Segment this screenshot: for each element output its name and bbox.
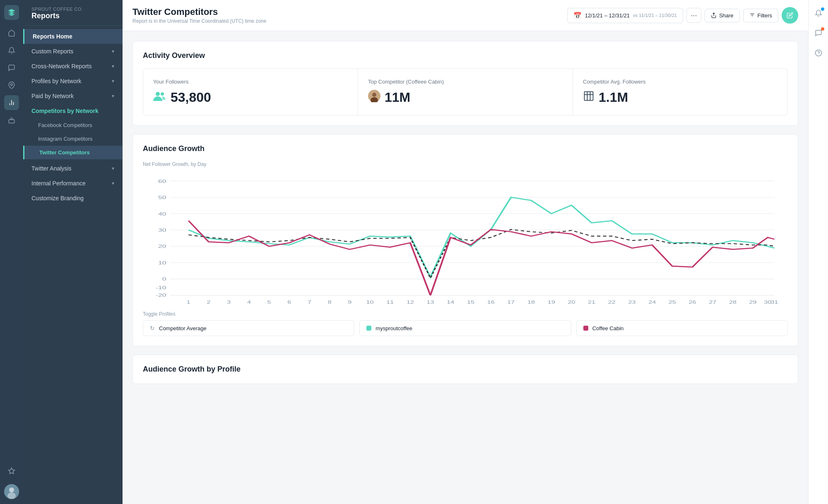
svg-text:14: 14	[447, 300, 454, 305]
nav-icon-messages[interactable]	[4, 60, 19, 75]
customize-branding-label: Customize Branding	[31, 195, 84, 202]
your-followers-label: Your Followers	[153, 79, 348, 85]
building-icon	[583, 90, 595, 105]
top-competitor-label: Top Competitor (Coffeee Cabin)	[368, 79, 563, 85]
right-rail-chat[interactable]	[812, 26, 825, 40]
edit-button[interactable]	[782, 7, 798, 24]
activity-overview-card: Activity Overview Your Followers 53,800 …	[132, 41, 798, 126]
notification-badge	[821, 7, 824, 11]
right-rail-help[interactable]	[812, 46, 825, 60]
svg-text:16: 16	[487, 300, 495, 305]
header-actions: 📅 12/1/21 – 12/31/21 vs 11/1/21 – 11/30/…	[567, 7, 798, 24]
refresh-icon: ↻	[150, 325, 155, 331]
svg-text:10: 10	[366, 300, 374, 305]
sidebar-item-reports-home[interactable]: Reports Home	[23, 29, 123, 44]
svg-text:28: 28	[729, 300, 737, 305]
sidebar: Sprout Coffee Co. Reports Reports Home C…	[23, 0, 123, 504]
your-followers-value: 53,800	[153, 90, 348, 105]
svg-text:-10: -10	[156, 285, 166, 290]
icon-rail	[0, 0, 23, 504]
svg-text:7: 7	[308, 300, 311, 305]
competitor-avatar-icon	[368, 90, 380, 105]
share-button[interactable]: Share	[705, 9, 740, 22]
nav-icon-robot[interactable]	[4, 113, 19, 127]
svg-text:40: 40	[158, 211, 166, 216]
svg-text:13: 13	[427, 300, 434, 305]
sidebar-item-twitter-analysis[interactable]: Twitter Analysis ▾	[23, 161, 123, 176]
svg-text:27: 27	[709, 300, 716, 305]
nav-icon-analytics[interactable]	[4, 95, 19, 110]
facebook-competitors-label: Facebook Competitors	[38, 122, 92, 128]
svg-text:23: 23	[628, 300, 635, 305]
chevron-down-icon: ▾	[112, 93, 114, 99]
avg-followers-value: 1.1M	[583, 90, 777, 105]
svg-text:18: 18	[527, 300, 535, 305]
sidebar-item-cross-network[interactable]: Cross-Network Reports ▾	[23, 59, 123, 74]
audience-growth-card: Audience Growth Net Follower Growth, by …	[132, 134, 798, 346]
activity-overview-title: Activity Overview	[143, 51, 788, 60]
page-title: Twitter Competitors	[132, 7, 266, 17]
sidebar-item-custom-reports[interactable]: Custom Reports ▾	[23, 44, 123, 59]
nav-icon-star[interactable]	[4, 463, 19, 478]
svg-text:22: 22	[608, 300, 616, 305]
red-line	[188, 221, 774, 295]
right-rail-notifications[interactable]	[812, 7, 825, 20]
metrics-row: Your Followers 53,800 Top Competitor (Co…	[143, 68, 788, 115]
svg-point-0	[11, 84, 13, 86]
svg-text:19: 19	[548, 300, 555, 305]
svg-text:4: 4	[247, 300, 251, 305]
content-area: Activity Overview Your Followers 53,800 …	[123, 31, 808, 402]
svg-text:10: 10	[158, 260, 166, 265]
sidebar-item-twitter-competitors[interactable]: Twitter Competitors	[23, 146, 123, 159]
metric-avg-followers: Competitor Avg. Followers 1.1M	[573, 69, 787, 115]
svg-text:29: 29	[749, 300, 757, 305]
filters-button[interactable]: Filters	[743, 9, 778, 22]
right-rail	[808, 0, 828, 504]
legend-coffee-cabin-label: Coffee Cabin	[592, 325, 624, 331]
competitors-label: Competitors by Network	[31, 108, 99, 114]
legend-mysproutcoffee-label: mysproutcoffee	[375, 325, 412, 331]
legend-competitor-avg-label: Competitor Average	[159, 325, 207, 331]
custom-reports-label: Custom Reports	[31, 48, 73, 55]
svg-rect-17	[585, 92, 593, 101]
nav-icon-feed[interactable]	[4, 26, 19, 41]
vs-date-text: vs 11/1/21 – 11/30/21	[633, 13, 677, 18]
chat-badge	[821, 27, 824, 31]
sidebar-item-customize-branding[interactable]: Customize Branding	[23, 191, 123, 206]
legend-red-dot	[583, 326, 588, 331]
legend-competitor-avg[interactable]: ↻ Competitor Average	[143, 320, 354, 336]
chevron-down-icon: ▾	[112, 78, 114, 84]
user-avatar[interactable]	[4, 484, 19, 499]
date-range-button[interactable]: 📅 12/1/21 – 12/31/21 vs 11/1/21 – 11/30/…	[567, 8, 683, 23]
legend-coffee-cabin[interactable]: Coffee Cabin	[576, 320, 788, 336]
chevron-down-icon: ▾	[112, 180, 114, 186]
sidebar-item-facebook-competitors[interactable]: Facebook Competitors	[23, 118, 123, 132]
sidebar-item-internal-performance[interactable]: Internal Performance ▾	[23, 176, 123, 191]
audience-growth-title: Audience Growth	[143, 144, 788, 153]
svg-text:25: 25	[669, 300, 676, 305]
logo-icon[interactable]	[4, 5, 19, 20]
followers-icon	[153, 90, 166, 105]
svg-text:9: 9	[348, 300, 351, 305]
svg-text:1: 1	[187, 300, 190, 305]
svg-text:15: 15	[467, 300, 474, 305]
svg-text:60: 60	[158, 178, 166, 184]
sidebar-item-instagram-competitors[interactable]: Instagram Competitors	[23, 132, 123, 146]
svg-text:30: 30	[158, 227, 166, 233]
nav-icon-notifications[interactable]	[4, 43, 19, 58]
svg-point-13	[161, 92, 164, 96]
more-options-button[interactable]: ···	[686, 8, 701, 23]
sidebar-item-competitors-by-network[interactable]: Competitors by Network	[23, 103, 123, 118]
page-subtitle: Report is in the Universal Time Coordina…	[132, 18, 266, 24]
svg-text:-20: -20	[156, 292, 166, 298]
sidebar-item-profiles-by-network[interactable]: Profiles by Network ▾	[23, 74, 123, 89]
paid-by-network-label: Paid by Network	[31, 93, 74, 99]
calendar-icon: 📅	[573, 12, 582, 19]
svg-text:12: 12	[407, 300, 414, 305]
legend-mysproutcoffee[interactable]: mysproutcoffee	[359, 320, 571, 336]
sidebar-item-paid-by-network[interactable]: Paid by Network ▾	[23, 89, 123, 103]
nav-icon-pin[interactable]	[4, 78, 19, 93]
svg-text:17: 17	[507, 300, 515, 305]
audience-growth-by-profile-card: Audience Growth by Profile	[132, 355, 798, 384]
svg-text:26: 26	[689, 300, 696, 305]
